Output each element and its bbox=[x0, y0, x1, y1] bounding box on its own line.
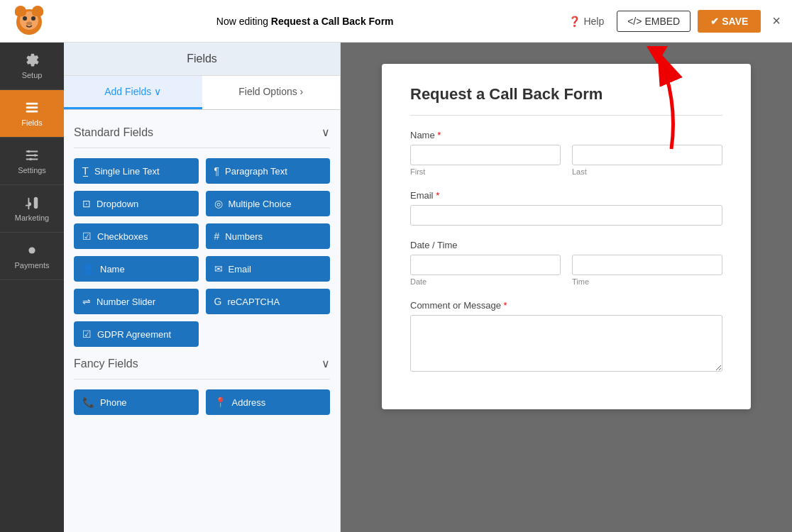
svg-point-13 bbox=[34, 154, 37, 157]
svg-rect-7 bbox=[15, 8, 26, 16]
date-sublabel: Date bbox=[410, 277, 561, 286]
standard-fields-divider bbox=[74, 148, 330, 148]
sidebar-label-fields: Fields bbox=[21, 118, 42, 127]
field-btn-address[interactable]: 📍 Address bbox=[206, 389, 331, 415]
comment-required: * bbox=[501, 300, 507, 311]
close-button[interactable]: × bbox=[772, 13, 781, 29]
form-field-comment: Comment or Message * bbox=[410, 300, 722, 374]
last-name-input[interactable] bbox=[572, 145, 722, 165]
number-slider-icon: ⇌ bbox=[82, 296, 91, 307]
time-sublabel: Time bbox=[572, 277, 722, 286]
multiple-choice-icon: ◎ bbox=[214, 198, 223, 209]
sidebar-item-payments[interactable]: Payments bbox=[0, 233, 64, 280]
time-input[interactable] bbox=[572, 255, 722, 275]
svg-point-5 bbox=[31, 16, 35, 21]
field-btn-recaptcha[interactable]: G reCAPTCHA bbox=[206, 289, 331, 314]
fancy-fields-divider bbox=[74, 379, 330, 379]
last-name-group: Last bbox=[572, 145, 722, 176]
sidebar-item-marketing[interactable]: Marketing bbox=[0, 185, 64, 233]
fields-tabs: Add Fields ∨ Field Options › bbox=[64, 76, 340, 110]
address-icon: 📍 bbox=[214, 397, 226, 408]
svg-rect-9 bbox=[26, 103, 38, 105]
form-field-email: Email * bbox=[410, 190, 722, 226]
save-button[interactable]: ✔ SAVE bbox=[698, 10, 761, 33]
fancy-fields-header[interactable]: Fancy Fields ∨ bbox=[74, 357, 330, 370]
form-card: Request a Call Back Form Name * First La… bbox=[382, 64, 751, 409]
datetime-inputs: Date Time bbox=[410, 255, 722, 286]
svg-rect-11 bbox=[26, 111, 38, 113]
svg-rect-8 bbox=[32, 8, 43, 16]
fields-panel-header: Fields bbox=[64, 43, 340, 76]
chevron-down-icon: ∨ bbox=[321, 126, 330, 139]
code-icon: </> bbox=[627, 16, 642, 27]
field-btn-email[interactable]: ✉ Email bbox=[206, 256, 331, 282]
name-icon: 👤 bbox=[82, 263, 94, 275]
field-btn-paragraph-text[interactable]: ¶ Paragraph Text bbox=[206, 158, 331, 184]
first-name-group: First bbox=[410, 145, 561, 176]
top-bar-actions: ❓ Help </> EMBED ✔ SAVE × bbox=[563, 10, 781, 33]
svg-marker-17 bbox=[647, 46, 668, 64]
tab-add-fields[interactable]: Add Fields ∨ bbox=[64, 76, 202, 109]
form-preview: Request a Call Back Form Name * First La… bbox=[341, 43, 792, 532]
recaptcha-icon: G bbox=[214, 296, 222, 307]
email-input[interactable] bbox=[410, 205, 722, 226]
standard-fields-grid: T̲ Single Line Text ¶ Paragraph Text ⊡ D… bbox=[74, 158, 330, 347]
dropdown-icon: ⊡ bbox=[82, 198, 91, 209]
field-btn-phone[interactable]: 📞 Phone bbox=[74, 389, 199, 415]
datetime-label: Date / Time bbox=[410, 240, 722, 250]
editing-title: Now editing Request a Call Back Form bbox=[216, 16, 394, 27]
comment-label: Comment or Message * bbox=[410, 300, 722, 311]
sidebar-item-settings[interactable]: Settings bbox=[0, 138, 64, 185]
email-required: * bbox=[434, 190, 440, 201]
form-title-divider bbox=[410, 115, 722, 116]
gdpr-icon: ☑ bbox=[82, 328, 92, 340]
email-icon: ✉ bbox=[214, 263, 223, 275]
field-btn-name[interactable]: 👤 Name bbox=[74, 256, 199, 282]
field-btn-checkboxes[interactable]: ☑ Checkboxes bbox=[74, 223, 199, 249]
form-field-name: Name * First Last bbox=[410, 130, 722, 176]
svg-rect-10 bbox=[26, 106, 38, 109]
svg-point-4 bbox=[23, 16, 27, 21]
comment-textarea[interactable] bbox=[410, 315, 722, 372]
name-required: * bbox=[435, 130, 441, 140]
paragraph-text-icon: ¶ bbox=[214, 165, 220, 177]
field-btn-number-slider[interactable]: ⇌ Number Slider bbox=[74, 289, 199, 314]
help-button[interactable]: ❓ Help bbox=[563, 13, 610, 30]
sidebar-item-setup[interactable]: Setup bbox=[0, 43, 64, 90]
time-group: Time bbox=[572, 255, 722, 286]
check-icon: ✔ bbox=[710, 16, 719, 27]
chevron-down-icon-fancy: ∨ bbox=[321, 357, 330, 370]
fields-panel: Fields Add Fields ∨ Field Options › Stan… bbox=[64, 43, 341, 532]
embed-button[interactable]: </> EMBED bbox=[617, 11, 691, 32]
last-label: Last bbox=[572, 167, 722, 176]
sidebar: Setup Fields Settings Marketing Payments bbox=[0, 43, 64, 532]
field-btn-dropdown[interactable]: ⊡ Dropdown bbox=[74, 191, 199, 216]
svg-point-15 bbox=[28, 247, 35, 253]
single-line-text-icon: T̲ bbox=[82, 165, 89, 177]
first-name-input[interactable] bbox=[410, 145, 561, 165]
fields-body: Standard Fields ∨ T̲ Single Line Text ¶ … bbox=[64, 110, 340, 532]
name-label: Name * bbox=[410, 130, 722, 140]
date-group: Date bbox=[410, 255, 561, 286]
field-btn-numbers[interactable]: # Numbers bbox=[206, 223, 331, 249]
sidebar-label-settings: Settings bbox=[18, 166, 46, 174]
field-btn-single-line-text[interactable]: T̲ Single Line Text bbox=[74, 158, 199, 184]
sidebar-label-setup: Setup bbox=[22, 71, 43, 79]
phone-icon: 📞 bbox=[82, 397, 94, 408]
first-label: First bbox=[410, 167, 561, 176]
top-bar: Now editing Request a Call Back Form ❓ H… bbox=[0, 0, 792, 43]
sidebar-item-fields[interactable]: Fields bbox=[0, 90, 64, 138]
tab-field-options[interactable]: Field Options › bbox=[202, 76, 341, 109]
svg-point-14 bbox=[29, 158, 32, 161]
form-field-datetime: Date / Time Date Time bbox=[410, 240, 722, 286]
help-icon: ❓ bbox=[568, 16, 581, 27]
standard-fields-header[interactable]: Standard Fields ∨ bbox=[74, 126, 330, 139]
field-btn-gdpr-agreement[interactable]: ☑ GDPR Agreement bbox=[74, 321, 199, 347]
date-input[interactable] bbox=[410, 255, 561, 275]
logo bbox=[11, 2, 47, 40]
name-inputs: First Last bbox=[410, 145, 722, 176]
sidebar-label-marketing: Marketing bbox=[15, 214, 49, 222]
svg-point-12 bbox=[28, 150, 31, 153]
numbers-icon: # bbox=[214, 231, 220, 242]
field-btn-multiple-choice[interactable]: ◎ Multiple Choice bbox=[206, 191, 331, 216]
